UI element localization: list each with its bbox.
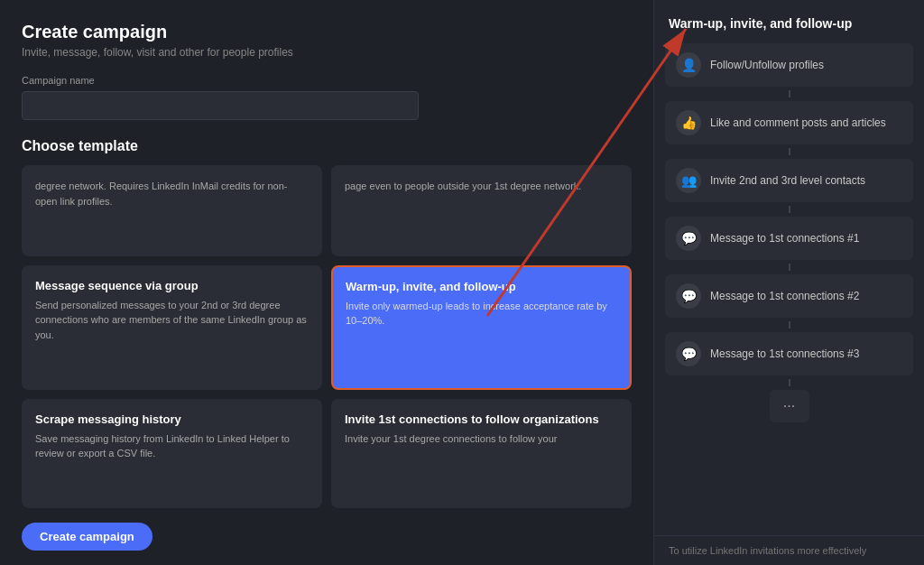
card-desc-t1: degree network. Requires LinkedIn InMail…: [35, 179, 309, 208]
card-desc-t5: Save messaging history from LinkedIn to …: [35, 431, 309, 461]
like-comment-icon: 👍: [676, 110, 701, 135]
card-desc-t2: page even to people outside your 1st deg…: [345, 179, 618, 194]
page-subtitle: Invite, message, follow, visit and other…: [22, 46, 632, 59]
connector-2: [789, 148, 790, 155]
right-item-label-3: Invite 2nd and 3rd level contacts: [710, 173, 865, 189]
card-desc-t4: Invite only warmed-up leads to increase …: [346, 299, 617, 329]
more-button[interactable]: ···: [770, 390, 809, 422]
right-item-like-comment[interactable]: 👍 Like and comment posts and articles: [665, 101, 913, 144]
create-campaign-button[interactable]: Create campaign: [22, 523, 152, 551]
right-item-invite-2nd-3rd[interactable]: 👥 Invite 2nd and 3rd level contacts: [665, 159, 913, 202]
connector-5: [789, 321, 790, 329]
follow-unfollow-icon: 👤: [676, 52, 701, 78]
connector-3: [789, 206, 790, 213]
right-item-follow-unfollow[interactable]: 👤 Follow/Unfollow profiles: [665, 43, 913, 87]
template-card-t2[interactable]: page even to people outside your 1st deg…: [331, 165, 632, 256]
invite-2nd-3rd-icon: 👥: [676, 168, 701, 193]
connector-1: [789, 90, 790, 97]
template-grid: degree network. Requires LinkedIn InMail…: [22, 165, 632, 508]
left-panel: Create campaign Invite, message, follow,…: [0, 0, 653, 565]
right-item-label-5: Message to 1st connections #2: [710, 289, 859, 304]
right-item-message-1[interactable]: 💬 Message to 1st connections #1: [665, 217, 913, 260]
message-1-icon: 💬: [676, 226, 701, 251]
right-panel-footer: To utilize LinkedIn invitations more eff…: [654, 535, 924, 565]
right-panel-title: Warm-up, invite, and follow-up: [654, 0, 924, 43]
right-panel: Warm-up, invite, and follow-up 👤 Follow/…: [653, 0, 924, 565]
card-title-t3: Message sequence via group: [35, 279, 309, 292]
right-panel-items: 👤 Follow/Unfollow profiles 👍 Like and co…: [654, 43, 924, 535]
right-item-label-2: Like and comment posts and articles: [710, 116, 886, 131]
card-title-t4: Warm-up, invite, and follow-up: [346, 280, 617, 293]
card-desc-t3: Send personalized messages to your 2nd o…: [35, 298, 309, 343]
right-item-label-6: Message to 1st connections #3: [710, 347, 859, 362]
page-title: Create campaign: [22, 22, 632, 42]
right-item-label-4: Message to 1st connections #1: [710, 231, 859, 246]
message-3-icon: 💬: [676, 341, 701, 366]
right-item-message-2[interactable]: 💬 Message to 1st connections #2: [665, 274, 913, 318]
card-desc-t6: Invite your 1st degree connections to fo…: [345, 431, 618, 447]
template-card-t4[interactable]: Warm-up, invite, and follow-up Invite on…: [331, 265, 632, 390]
campaign-name-label: Campaign name: [22, 75, 632, 86]
card-title-t6: Invite 1st connections to follow organiz…: [345, 412, 618, 426]
card-title-t5: Scrape messaging history: [35, 412, 309, 426]
right-item-message-3[interactable]: 💬 Message to 1st connections #3: [665, 332, 913, 375]
template-card-t5[interactable]: Scrape messaging history Save messaging …: [22, 399, 322, 509]
connector-6: [789, 379, 790, 386]
choose-template-title: Choose template: [22, 138, 632, 154]
campaign-name-input[interactable]: [22, 91, 419, 120]
right-item-label-1: Follow/Unfollow profiles: [710, 58, 824, 73]
message-2-icon: 💬: [676, 283, 701, 309]
template-card-t1[interactable]: degree network. Requires LinkedIn InMail…: [22, 165, 322, 256]
template-card-t6[interactable]: Invite 1st connections to follow organiz…: [331, 399, 632, 509]
connector-4: [789, 264, 790, 271]
template-card-t3[interactable]: Message sequence via group Send personal…: [22, 265, 322, 390]
